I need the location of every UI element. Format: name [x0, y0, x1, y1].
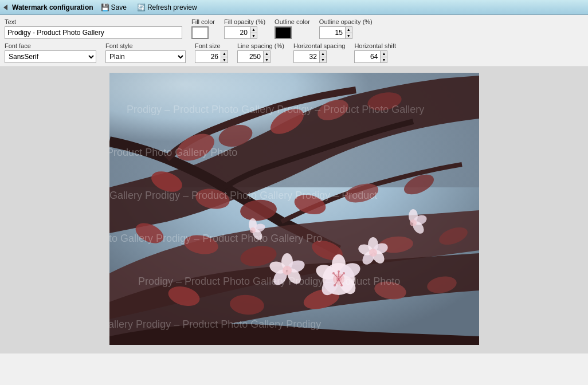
horizontal-spacing-input[interactable] — [293, 50, 319, 63]
fill-opacity-down-button[interactable]: ▼ — [250, 33, 257, 39]
line-spacing-field-group: Line spacing (%) ▲ ▼ — [237, 42, 284, 63]
font-face-field-group: Font face SansSerif Serif Monospaced Ari… — [5, 42, 96, 63]
font-size-input[interactable] — [195, 50, 221, 63]
text-label: Text — [5, 18, 182, 25]
controls-row-1: Text Fill color Fill opacity (%) ▲ ▼ Out… — [5, 18, 583, 39]
svg-text:– Product Photo Gallery     Pr: – Product Photo Gallery Prodigy – Produc… — [109, 319, 321, 330]
fill-color-button[interactable] — [191, 26, 209, 39]
outline-color-button[interactable] — [275, 26, 292, 39]
preview-area: Photo Gallery Prodigy – Product Photo Ga… — [0, 67, 588, 353]
outline-opacity-input[interactable] — [319, 26, 345, 39]
fill-color-field-group: Fill color — [191, 18, 215, 39]
collapse-triangle-icon[interactable] — [3, 5, 7, 10]
outline-color-label: Outline color — [275, 18, 310, 25]
fill-opacity-spinner: ▲ ▼ — [224, 26, 265, 39]
fill-color-label: Fill color — [191, 18, 215, 25]
line-spacing-up-button[interactable]: ▲ — [264, 51, 270, 57]
fill-opacity-label: Fill opacity (%) — [224, 18, 265, 25]
horizontal-spacing-field-group: Horizontal spacing ▲ ▼ — [293, 42, 346, 63]
save-button[interactable]: 💾 Save — [98, 2, 130, 13]
outline-opacity-field-group: Outline opacity (%) ▲ ▼ — [319, 18, 373, 39]
line-spacing-input[interactable] — [237, 50, 263, 63]
outline-color-field-group: Outline color — [275, 18, 310, 39]
svg-point-61 — [410, 219, 417, 226]
horizontal-spacing-spinner: ▲ ▼ — [293, 50, 346, 63]
fill-opacity-up-button[interactable]: ▲ — [250, 27, 257, 33]
refresh-preview-button[interactable]: 🔄 Refresh preview — [134, 2, 200, 13]
horizontal-shift-spinner-btns: ▲ ▼ — [380, 50, 387, 63]
line-spacing-label: Line spacing (%) — [237, 42, 284, 49]
font-size-label: Font size — [195, 42, 228, 49]
fill-opacity-spinner-btns: ▲ ▼ — [250, 26, 257, 39]
font-size-spinner-btns: ▲ ▼ — [221, 50, 228, 63]
refresh-icon: 🔄 — [137, 3, 146, 11]
preview-photo: Photo Gallery Prodigy – Product Photo Ga… — [109, 73, 479, 345]
outline-opacity-label: Outline opacity (%) — [319, 18, 373, 25]
svg-text:Photo Gallery     Prodigy – Pr: Photo Gallery Prodigy – Product Photo Ga… — [109, 147, 237, 158]
font-size-spinner: ▲ ▼ — [195, 50, 228, 63]
font-size-field-group: Font size ▲ ▼ — [195, 42, 228, 63]
horizontal-shift-spinner: ▲ ▼ — [354, 50, 396, 63]
outline-opacity-down-button[interactable]: ▼ — [346, 33, 352, 39]
line-spacing-spinner: ▲ ▼ — [237, 50, 284, 63]
save-icon: 💾 — [101, 3, 109, 11]
preview-image-container: Photo Gallery Prodigy – Product Photo Ga… — [109, 73, 479, 345]
svg-point-47 — [283, 266, 292, 275]
font-style-label: Font style — [105, 42, 186, 49]
svg-text:Product Photo Gallery     Prod: Product Photo Gallery Prodigy – Product … — [109, 233, 322, 244]
font-face-label: Font face — [5, 42, 96, 49]
window-title: Watermark configuration — [12, 3, 93, 11]
svg-point-35 — [343, 272, 345, 274]
horizontal-shift-up-button[interactable]: ▲ — [381, 51, 387, 57]
title-bar: Watermark configuration 💾 Save 🔄 Refresh… — [0, 0, 588, 15]
horizontal-shift-label: Horizontal shift — [354, 42, 396, 49]
horizontal-spacing-label: Horizontal spacing — [293, 42, 346, 49]
refresh-label: Refresh preview — [147, 3, 197, 11]
line-spacing-spinner-btns: ▲ ▼ — [263, 50, 271, 63]
svg-text:Gallery     Prodigy – Product : Gallery Prodigy – Product Photo Gallery … — [109, 190, 377, 201]
outline-opacity-spinner: ▲ ▼ — [319, 26, 373, 39]
svg-text:Prodigy – Product Photo Galler: Prodigy – Product Photo Gallery Prodigy … — [138, 276, 400, 287]
outline-opacity-up-button[interactable]: ▲ — [346, 27, 352, 33]
fill-opacity-input[interactable] — [224, 26, 250, 39]
horizontal-shift-input[interactable] — [354, 50, 380, 63]
horizontal-spacing-spinner-btns: ▲ ▼ — [319, 50, 327, 63]
font-size-down-button[interactable]: ▼ — [221, 57, 228, 63]
svg-point-33 — [338, 270, 340, 273]
text-input[interactable] — [5, 26, 182, 39]
horizontal-spacing-up-button[interactable]: ▲ — [320, 51, 326, 57]
svg-point-53 — [369, 249, 377, 257]
line-spacing-down-button[interactable]: ▼ — [264, 57, 270, 63]
svg-text:Prodigy – Product Photo Galler: Prodigy – Product Photo Gallery Prodigy … — [127, 104, 424, 115]
horizontal-spacing-down-button[interactable]: ▼ — [320, 57, 326, 63]
horizontal-shift-field-group: Horizontal shift ▲ ▼ — [354, 42, 396, 63]
controls-panel: Text Fill color Fill opacity (%) ▲ ▼ Out… — [0, 15, 588, 67]
svg-point-37 — [332, 272, 335, 274]
fill-opacity-field-group: Fill opacity (%) ▲ ▼ — [224, 18, 265, 39]
save-label: Save — [111, 3, 127, 11]
font-face-select[interactable]: SansSerif Serif Monospaced Arial — [5, 50, 96, 63]
horizontal-shift-down-button[interactable]: ▼ — [381, 57, 387, 63]
text-field-group: Text — [5, 18, 182, 39]
font-size-up-button[interactable]: ▲ — [221, 51, 228, 57]
controls-row-2: Font face SansSerif Serif Monospaced Ari… — [5, 42, 583, 63]
font-style-field-group: Font style Plain Bold Italic Bold Italic — [105, 42, 186, 63]
outline-opacity-spinner-btns: ▲ ▼ — [345, 26, 352, 39]
font-style-select[interactable]: Plain Bold Italic Bold Italic — [105, 50, 186, 63]
